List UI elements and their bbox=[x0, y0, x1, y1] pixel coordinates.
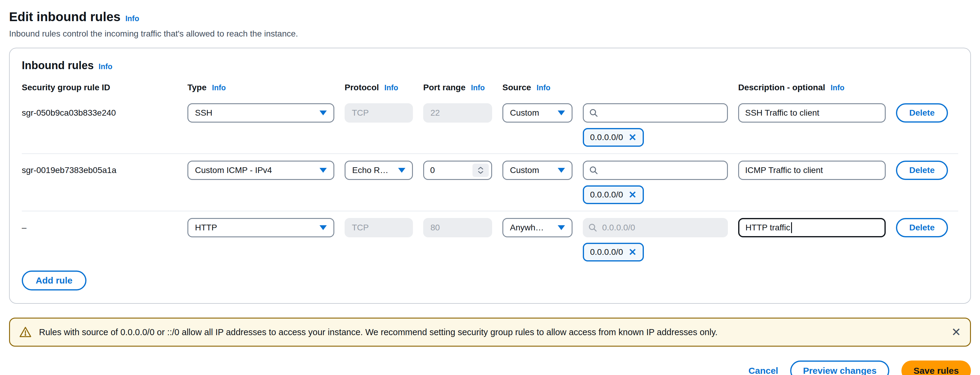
column-header-row: Security group rule ID TypeInfo Protocol… bbox=[22, 83, 958, 92]
footer-actions: Cancel Preview changes Save rules bbox=[9, 361, 971, 375]
search-icon bbox=[589, 166, 598, 175]
source-cidr-value: 0.0.0.0/0 bbox=[590, 133, 623, 142]
page-subtitle: Inbound rules control the incoming traff… bbox=[9, 29, 971, 39]
page-title: Edit inbound rules bbox=[9, 9, 121, 24]
column-header-rule-id: Security group rule ID bbox=[22, 83, 177, 92]
page-header: Edit inbound rules Info bbox=[9, 9, 971, 24]
source-select-value: Anywh… bbox=[510, 223, 544, 233]
search-icon bbox=[588, 223, 597, 232]
protocol-info-link[interactable]: Info bbox=[385, 83, 398, 92]
chevron-down-icon bbox=[558, 111, 565, 116]
remove-cidr-icon[interactable]: ✕ bbox=[628, 247, 636, 257]
column-header-port-range: Port rangeInfo bbox=[423, 83, 492, 92]
warning-text: Rules with source of 0.0.0.0/0 or ::/0 a… bbox=[39, 327, 718, 337]
delete-rule-button[interactable]: Delete bbox=[896, 103, 948, 123]
type-select-value: HTTP bbox=[195, 223, 217, 233]
panel-header: Inbound rules Info bbox=[22, 59, 958, 72]
source-cidr-value: 0.0.0.0/0 bbox=[590, 190, 623, 199]
search-icon bbox=[589, 108, 598, 117]
source-cidr-chip: 0.0.0.0/0 ✕ bbox=[583, 185, 644, 204]
source-select[interactable]: Custom bbox=[503, 161, 573, 180]
banner-close-icon[interactable]: ✕ bbox=[951, 326, 961, 338]
protocol-select[interactable]: Echo R… bbox=[345, 161, 413, 180]
protocol-select-value: Echo R… bbox=[352, 165, 388, 175]
source-search-placeholder: 0.0.0.0/0 bbox=[602, 223, 635, 233]
inbound-rules-panel: Inbound rules Info Security group rule I… bbox=[9, 48, 971, 304]
description-input[interactable]: SSH Traffic to client bbox=[738, 103, 886, 123]
chevron-down-icon bbox=[558, 225, 565, 230]
protocol-field-disabled: TCP bbox=[345, 103, 413, 123]
rule-id-text: – bbox=[22, 223, 177, 233]
column-header-source: SourceInfo bbox=[503, 83, 573, 92]
source-cidr-chip: 0.0.0.0/0 ✕ bbox=[583, 128, 644, 147]
type-select-value: SSH bbox=[195, 108, 213, 118]
source-chip-wrap: 0.0.0.0/0 ✕ bbox=[583, 243, 644, 261]
port-range-info-link[interactable]: Info bbox=[471, 83, 485, 92]
edit-inbound-rules-page: Edit inbound rules Info Inbound rules co… bbox=[9, 9, 971, 375]
remove-cidr-icon[interactable]: ✕ bbox=[628, 190, 636, 199]
source-cidr-chip: 0.0.0.0/0 ✕ bbox=[583, 243, 644, 261]
source-select[interactable]: Custom bbox=[503, 103, 573, 123]
source-search-input-disabled: 0.0.0.0/0 bbox=[583, 218, 728, 237]
source-search-input[interactable] bbox=[583, 103, 728, 123]
add-rule-button[interactable]: Add rule bbox=[22, 271, 86, 290]
description-value: SSH Traffic to client bbox=[745, 108, 819, 118]
rule-id-text: sgr-050b9ca03b833e240 bbox=[22, 108, 177, 118]
chevron-down-icon bbox=[558, 168, 565, 173]
warning-banner: Rules with source of 0.0.0.0/0 or ::/0 a… bbox=[9, 318, 971, 347]
column-header-type: TypeInfo bbox=[188, 83, 334, 92]
description-value: HTTP traffic bbox=[745, 223, 790, 233]
description-input[interactable]: ICMP Traffic to client bbox=[738, 161, 886, 180]
delete-rule-button[interactable]: Delete bbox=[896, 218, 948, 237]
type-info-link[interactable]: Info bbox=[212, 83, 226, 92]
protocol-field-disabled: TCP bbox=[345, 218, 413, 237]
chevron-down-icon bbox=[320, 168, 327, 173]
port-range-value: 0 bbox=[430, 165, 435, 175]
page-title-info-link[interactable]: Info bbox=[126, 14, 139, 23]
source-search-input[interactable] bbox=[583, 161, 728, 180]
port-range-field-disabled: 22 bbox=[423, 103, 492, 123]
type-select[interactable]: SSH bbox=[188, 103, 334, 123]
rule-id-text: sgr-0019eb7383eb05a1a bbox=[22, 165, 177, 175]
panel-title: Inbound rules bbox=[22, 59, 94, 72]
type-select[interactable]: HTTP bbox=[188, 218, 334, 237]
description-input-focused[interactable]: HTTP traffic bbox=[738, 218, 886, 237]
port-range-stepper[interactable]: 0 bbox=[423, 161, 492, 180]
source-chip-wrap: 0.0.0.0/0 ✕ bbox=[583, 128, 644, 147]
chevron-down-icon bbox=[320, 111, 327, 116]
warning-triangle-icon bbox=[19, 326, 32, 339]
panel-title-info-link[interactable]: Info bbox=[99, 62, 113, 71]
source-select-value: Custom bbox=[510, 165, 539, 175]
column-header-description: Description - optionalInfo bbox=[738, 83, 886, 92]
column-header-protocol: ProtocolInfo bbox=[345, 83, 413, 92]
description-value: ICMP Traffic to client bbox=[745, 165, 823, 175]
row-divider bbox=[22, 153, 958, 154]
description-info-link[interactable]: Info bbox=[830, 83, 845, 92]
source-select[interactable]: Anywh… bbox=[503, 218, 573, 237]
source-chip-wrap: 0.0.0.0/0 ✕ bbox=[583, 185, 644, 204]
chevron-down-icon bbox=[320, 225, 327, 230]
source-cidr-value: 0.0.0.0/0 bbox=[590, 247, 623, 257]
delete-rule-button[interactable]: Delete bbox=[896, 161, 948, 180]
rule-row-ssh: sgr-050b9ca03b833e240 SSH TCP 22 Custom … bbox=[22, 103, 958, 147]
row-divider bbox=[22, 211, 958, 211]
rule-row-icmp: sgr-0019eb7383eb05a1a Custom ICMP - IPv4… bbox=[22, 161, 958, 204]
up-down-stepper-icon[interactable] bbox=[473, 164, 489, 177]
chevron-down-icon bbox=[398, 168, 406, 173]
type-select[interactable]: Custom ICMP - IPv4 bbox=[188, 161, 334, 180]
cancel-button[interactable]: Cancel bbox=[748, 366, 778, 375]
source-select-value: Custom bbox=[510, 108, 539, 118]
save-rules-button[interactable]: Save rules bbox=[901, 361, 971, 375]
preview-changes-button[interactable]: Preview changes bbox=[790, 361, 889, 375]
type-select-value: Custom ICMP - IPv4 bbox=[195, 165, 272, 175]
port-range-field-disabled: 80 bbox=[423, 218, 492, 237]
remove-cidr-icon[interactable]: ✕ bbox=[628, 133, 636, 142]
text-cursor bbox=[791, 222, 792, 233]
rule-row-http: – HTTP TCP 80 Anywh… 0.0.0.0/0 HTTP traf… bbox=[22, 218, 958, 261]
source-info-link[interactable]: Info bbox=[536, 83, 550, 92]
